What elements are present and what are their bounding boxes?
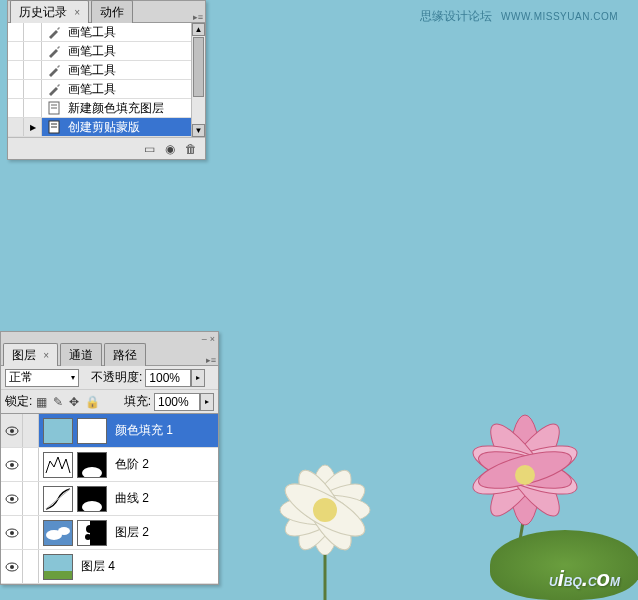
visibility-toggle[interactable]: [1, 482, 23, 515]
history-item-label: 画笔工具: [66, 24, 205, 41]
lock-label: 锁定:: [5, 393, 32, 410]
layer-row[interactable]: 图层 4: [1, 550, 218, 584]
layer-name[interactable]: 图层 2: [115, 524, 149, 541]
lock-move-icon[interactable]: ✥: [69, 395, 79, 409]
history-item-label: 创建剪贴蒙版: [66, 119, 205, 136]
fill-flyout-icon[interactable]: ▸: [200, 393, 214, 411]
tab-layers[interactable]: 图层 ×: [3, 343, 58, 366]
panel-menu-icon[interactable]: ▸≡: [206, 355, 216, 365]
minimize-icon[interactable]: –: [202, 334, 207, 344]
layer-name[interactable]: 图层 4: [81, 558, 115, 575]
layer-mask-thumbnail[interactable]: [77, 452, 107, 478]
tab-paths[interactable]: 路径: [104, 343, 146, 366]
history-item[interactable]: 画笔工具: [8, 23, 205, 42]
svg-point-26: [10, 429, 14, 433]
document-icon: [45, 120, 63, 134]
tab-layers-label: 图层: [12, 348, 36, 362]
lotus-flower-white: [230, 420, 420, 600]
opacity-flyout-icon[interactable]: ▸: [191, 369, 205, 387]
blend-opacity-row: 正常 ▾ 不透明度: 100% ▸: [1, 366, 218, 390]
layers-tabs: 图层 × 通道 路径 ▸≡: [1, 346, 218, 366]
layer-name[interactable]: 颜色填充 1: [115, 422, 173, 439]
history-item[interactable]: 画笔工具: [8, 42, 205, 61]
tab-actions[interactable]: 动作: [91, 0, 133, 23]
brush-icon: [45, 25, 63, 39]
layer-thumbnail[interactable]: [43, 520, 73, 546]
tab-history-label: 历史记录: [19, 5, 67, 19]
lock-all-icon[interactable]: 🔒: [85, 395, 100, 409]
visibility-toggle[interactable]: [1, 414, 23, 447]
history-item-label: 新建颜色填充图层: [66, 100, 205, 117]
watermark-bottom: UiBQ.CoM: [549, 566, 620, 592]
layers-panel: – × 图层 × 通道 路径 ▸≡ 正常 ▾ 不透明度: 100% ▸ 锁定: …: [0, 331, 219, 585]
close-icon[interactable]: ×: [210, 334, 215, 344]
history-item-selected[interactable]: 创建剪贴蒙版: [8, 118, 205, 137]
lock-paint-icon[interactable]: ✎: [53, 395, 63, 409]
history-item-label: 画笔工具: [66, 81, 205, 98]
watermark-top: 思缘设计论坛 WWW.MISSYUAN.COM: [420, 8, 618, 25]
scroll-up-icon[interactable]: ▲: [192, 23, 205, 36]
history-item[interactable]: 画笔工具: [8, 61, 205, 80]
visibility-toggle[interactable]: [1, 448, 23, 481]
brush-icon: [45, 82, 63, 96]
tab-paths-label: 路径: [113, 348, 137, 362]
blend-mode-select[interactable]: 正常 ▾: [5, 369, 79, 387]
tab-actions-label: 动作: [100, 5, 124, 19]
layer-thumbnail[interactable]: [43, 418, 73, 444]
scroll-down-icon[interactable]: ▼: [192, 124, 205, 137]
opacity-value: 100%: [149, 371, 180, 385]
svg-point-39: [10, 531, 14, 535]
visibility-toggle[interactable]: [1, 550, 23, 583]
layer-mask-thumbnail[interactable]: [77, 418, 107, 444]
layer-row[interactable]: 图层 2: [1, 516, 218, 550]
history-item[interactable]: 画笔工具: [8, 80, 205, 99]
layer-thumbnail[interactable]: [43, 554, 73, 580]
trash-icon[interactable]: 🗑: [185, 142, 197, 156]
scrollbar-vertical[interactable]: ▲ ▼: [191, 23, 205, 137]
fill-input[interactable]: 100%: [154, 393, 200, 411]
opacity-input[interactable]: 100%: [145, 369, 191, 387]
scroll-thumb[interactable]: [193, 37, 204, 97]
layer-row[interactable]: 曲线 2: [1, 482, 218, 516]
close-icon[interactable]: ×: [74, 7, 80, 18]
svg-point-46: [85, 534, 91, 540]
layer-row-selected[interactable]: 颜色填充 1: [1, 414, 218, 448]
document-icon: [45, 101, 63, 115]
tab-history[interactable]: 历史记录 ×: [10, 0, 89, 23]
new-document-icon[interactable]: ▭: [144, 142, 155, 156]
layer-name[interactable]: 曲线 2: [115, 490, 149, 507]
svg-point-42: [58, 527, 70, 535]
tab-channels[interactable]: 通道: [60, 343, 102, 366]
tab-channels-label: 通道: [69, 348, 93, 362]
visibility-toggle[interactable]: [1, 516, 23, 549]
history-list: 画笔工具 画笔工具 画笔工具 画笔工具 新建颜色填充图层 创建剪贴蒙版: [8, 23, 205, 137]
brush-icon: [45, 44, 63, 58]
lock-transparency-icon[interactable]: ▦: [36, 395, 47, 409]
svg-point-48: [10, 565, 14, 569]
history-item[interactable]: 新建颜色填充图层: [8, 99, 205, 118]
panel-menu-icon[interactable]: ▸≡: [193, 12, 203, 22]
layers-list: 颜色填充 1 色阶 2 曲线 2: [1, 414, 218, 584]
fill-label: 填充:: [124, 393, 151, 410]
fill-value: 100%: [158, 395, 189, 409]
brush-icon: [45, 63, 63, 77]
svg-rect-50: [44, 571, 72, 579]
svg-point-28: [10, 463, 14, 467]
svg-point-33: [10, 497, 14, 501]
blend-mode-value: 正常: [9, 369, 33, 386]
layer-thumbnail[interactable]: [43, 486, 73, 512]
layer-mask-thumbnail[interactable]: [77, 486, 107, 512]
svg-point-8: [313, 498, 337, 522]
layer-mask-thumbnail[interactable]: [77, 520, 107, 546]
watermark-url: WWW.MISSYUAN.COM: [501, 11, 618, 22]
chevron-down-icon: ▾: [71, 373, 75, 382]
watermark-text: 思缘设计论坛: [420, 9, 492, 23]
history-item-label: 画笔工具: [66, 62, 205, 79]
layer-name[interactable]: 色阶 2: [115, 456, 149, 473]
svg-point-18: [515, 465, 535, 485]
opacity-label: 不透明度:: [91, 369, 142, 386]
close-icon[interactable]: ×: [43, 350, 49, 361]
layer-thumbnail[interactable]: [43, 452, 73, 478]
layer-row[interactable]: 色阶 2: [1, 448, 218, 482]
snapshot-icon[interactable]: ◉: [165, 142, 175, 156]
